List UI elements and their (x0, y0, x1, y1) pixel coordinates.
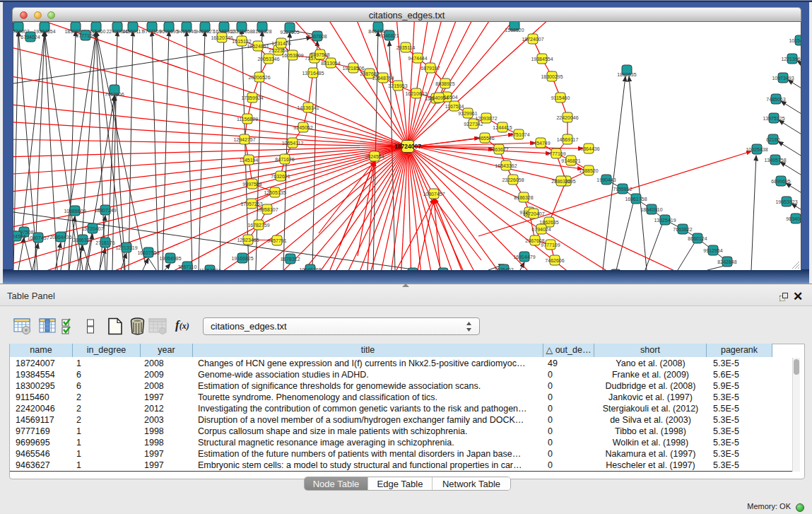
svg-text:7663822: 7663822 (673, 227, 692, 232)
svg-text:2522354: 2522354 (269, 48, 288, 53)
svg-text:13716485: 13716485 (302, 71, 324, 76)
svg-text:18724007: 18724007 (522, 37, 543, 42)
svg-text:10807457: 10807457 (423, 192, 445, 197)
svg-text:10154808: 10154808 (789, 38, 801, 43)
svg-text:20206526: 20206526 (248, 75, 270, 80)
svg-text:10688609: 10688609 (64, 209, 86, 214)
svg-text:10973493: 10973493 (772, 76, 794, 81)
svg-text:9834047: 9834047 (786, 216, 801, 221)
svg-text:2935114: 2935114 (396, 45, 416, 50)
svg-text:8186328: 8186328 (514, 195, 533, 200)
svg-text:6879197: 6879197 (420, 66, 440, 71)
svg-text:20364436: 20364436 (577, 146, 599, 151)
svg-text:3215953: 3215953 (388, 83, 407, 88)
svg-text:8938925: 8938925 (435, 81, 454, 86)
svg-text:19958107: 19958107 (256, 207, 278, 212)
svg-text:9463627: 9463627 (195, 29, 214, 34)
svg-text:12213319: 12213319 (115, 245, 137, 250)
svg-text:23226058: 23226058 (230, 29, 252, 34)
svg-text:16120746: 16120746 (211, 35, 233, 40)
svg-text:8878312: 8878312 (281, 257, 300, 262)
svg-text:10648764: 10648764 (372, 76, 394, 81)
svg-text:13975125: 13975125 (763, 116, 784, 121)
svg-text:8242848: 8242848 (717, 259, 736, 264)
svg-text:3824554: 3824554 (365, 154, 384, 159)
svg-text:9465546: 9465546 (475, 136, 494, 141)
svg-text:12213967: 12213967 (781, 57, 801, 62)
svg-text:20364436: 20364436 (49, 235, 71, 240)
svg-text:9912954: 9912954 (703, 248, 722, 253)
svg-text:7625402: 7625402 (494, 267, 513, 271)
svg-text:3824554: 3824554 (13, 234, 26, 239)
svg-text:17957263: 17957263 (240, 201, 262, 206)
svg-text:14136141: 14136141 (297, 105, 319, 110)
svg-text:16107553: 16107553 (137, 250, 159, 255)
svg-text:9329961: 9329961 (458, 111, 477, 116)
svg-text:8660124: 8660124 (688, 236, 707, 241)
svg-text:7955812: 7955812 (613, 187, 632, 192)
svg-text:15720407: 15720407 (522, 211, 544, 216)
svg-text:12923465: 12923465 (237, 238, 259, 243)
svg-text:8813054: 8813054 (321, 61, 340, 66)
svg-text:12505135: 12505135 (264, 190, 286, 195)
svg-text:1588520: 1588520 (579, 168, 598, 173)
svg-text:14569117: 14569117 (122, 29, 144, 34)
svg-text:23226058: 23226058 (502, 177, 524, 182)
svg-text:17359924: 17359924 (241, 95, 263, 100)
svg-text:9327505: 9327505 (280, 30, 299, 35)
svg-text:12942757: 12942757 (233, 137, 255, 142)
svg-text:19524851: 19524851 (247, 44, 269, 49)
svg-text:8454749: 8454749 (531, 141, 550, 146)
svg-text:1731426: 1731426 (271, 41, 290, 46)
svg-text:18300295: 18300295 (541, 74, 563, 79)
svg-text:8186328: 8186328 (252, 29, 271, 34)
svg-text:1588520: 1588520 (505, 28, 524, 33)
svg-text:1167534: 1167534 (445, 104, 464, 109)
svg-text:6794024: 6794024 (20, 35, 40, 40)
svg-text:1640954: 1640954 (429, 95, 448, 100)
svg-text:10654112: 10654112 (282, 141, 304, 146)
svg-text:16961758: 16961758 (625, 197, 647, 201)
svg-text:13495758: 13495758 (764, 158, 786, 163)
svg-text:9115460: 9115460 (551, 95, 570, 100)
svg-text:20053346: 20053346 (257, 57, 279, 62)
svg-text:1990443: 1990443 (596, 177, 616, 182)
svg-text:9245052: 9245052 (293, 125, 312, 130)
svg-text:11353594: 11353594 (199, 268, 221, 271)
svg-text:9777109: 9777109 (541, 243, 560, 247)
svg-text:19384554: 19384554 (531, 57, 553, 62)
svg-text:9777109: 9777109 (76, 33, 95, 38)
svg-text:16914479: 16914479 (513, 255, 535, 259)
svg-text:1615132: 1615132 (232, 39, 251, 44)
svg-text:9465546: 9465546 (177, 29, 196, 34)
svg-text:18807249: 18807249 (94, 208, 116, 213)
svg-text:7485063: 7485063 (766, 97, 785, 102)
svg-text:9146821: 9146821 (561, 158, 580, 163)
svg-text:22420046: 22420046 (556, 115, 578, 120)
svg-text:19166825: 19166825 (231, 256, 253, 261)
svg-text:10807457: 10807457 (27, 235, 49, 240)
svg-text:16053809: 16053809 (281, 53, 303, 58)
svg-text:2886322: 2886322 (551, 179, 570, 184)
svg-text:15720407: 15720407 (81, 226, 103, 231)
svg-text:9997588: 9997588 (242, 182, 261, 187)
svg-text:6899695: 6899695 (771, 179, 790, 184)
svg-text:1862635: 1862635 (617, 72, 636, 77)
svg-text:62160: 62160 (766, 137, 780, 142)
svg-text:15751074: 15751074 (507, 132, 529, 137)
svg-text:6794024: 6794024 (531, 227, 551, 232)
svg-text:2718176: 2718176 (95, 240, 114, 245)
svg-text:18640910: 18640910 (640, 207, 662, 212)
svg-text:14569117: 14569117 (557, 137, 579, 142)
svg-text:9699695: 9699695 (159, 29, 178, 34)
svg-text:9777169: 9777169 (546, 151, 565, 156)
svg-text:13325419: 13325419 (654, 218, 676, 223)
svg-text:19384554: 19384554 (33, 29, 55, 34)
svg-text:9463627: 9463627 (489, 147, 508, 152)
svg-text:2367608: 2367608 (307, 34, 326, 39)
svg-text:10046768: 10046768 (299, 267, 321, 271)
svg-text:18724007: 18724007 (394, 143, 421, 150)
svg-text:16543362: 16543362 (495, 163, 517, 168)
svg-text:3267110: 3267110 (178, 264, 197, 269)
svg-text:1244415: 1244415 (493, 125, 512, 130)
